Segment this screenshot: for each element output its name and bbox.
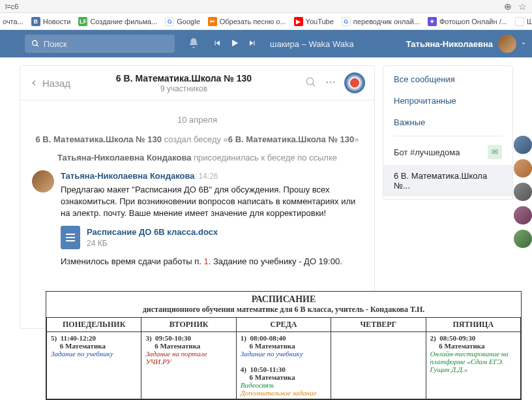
divider	[394, 136, 502, 136]
zoom-icon[interactable]: ⊕	[504, 1, 512, 12]
chevron-left-icon	[29, 78, 38, 87]
chat-title: 6 В. Математика.Школа № 130	[70, 73, 297, 84]
svg-point-6	[333, 81, 335, 83]
day-header: СРЕДА	[236, 318, 331, 332]
avatar[interactable]	[514, 159, 532, 177]
system-message: Татьяна-Николаевна Кондакова присоединил…	[32, 152, 362, 164]
bookmark-item[interactable]: ✂Обрезать песню о...	[208, 17, 286, 26]
username[interactable]: Татьяна-Николаевна	[406, 39, 493, 49]
day-header: ЧЕТВЕРГ	[331, 318, 426, 332]
vk-header: шакира – Waka Waka Татьяна-Николаевна	[0, 30, 532, 57]
bookmarks-bar: очта... BНовости LFСоздание фильма... GG…	[0, 13, 532, 30]
attachment-name: Расписание ДО 6В класса.docx	[87, 226, 218, 238]
bookmark-item[interactable]: ⊕Школьная планета...	[515, 17, 532, 26]
day-header: ПЯТНИЦА	[426, 318, 520, 332]
schedule-cell: 1) 08:00-08:40 6 Математика Задание по у…	[236, 332, 331, 399]
date-separator: 10 апреля	[32, 115, 362, 125]
schedule-cell: 3) 09:50-10:30 6 Математика Задание на п…	[141, 332, 236, 399]
avatar[interactable]	[514, 183, 532, 201]
message-author[interactable]: Татьяна-Николаевна Кондакова	[61, 171, 194, 181]
avatar[interactable]	[514, 206, 532, 224]
day-header: ВТОРНИК	[141, 318, 236, 332]
schedule-document: РАСПИСАНИЕ дистанционного обучения матем…	[46, 291, 522, 400]
notifications-icon[interactable]	[188, 37, 200, 51]
star-icon[interactable]: ☆	[518, 1, 527, 12]
message-time: 14:26	[198, 172, 218, 181]
bookmark-item[interactable]: ▶YouTube	[294, 17, 334, 26]
document-icon	[61, 226, 80, 249]
day-header: ПОНЕДЕЛЬНИК	[47, 318, 141, 332]
sidebar-item-bot[interactable]: Бот #лучшедома ✉	[383, 139, 512, 165]
next-track-icon[interactable]	[248, 38, 257, 50]
schedule-cell: 5) 11:40-12:20 6 Математика Задание по у…	[47, 332, 141, 399]
play-icon[interactable]	[229, 38, 240, 50]
chat-header: Назад 6 В. Математика.Школа № 130 9 учас…	[20, 65, 375, 100]
search-input[interactable]	[44, 39, 168, 49]
chevron-down-icon[interactable]	[520, 39, 527, 49]
bookmark-item[interactable]: ✦Фотошоп Онлайн /...	[428, 17, 507, 26]
sidebar-item-unread[interactable]: Непрочитанные	[383, 90, 512, 112]
message: Татьяна-Николаевна Кондакова14:26 Предла…	[32, 170, 362, 268]
more-icon[interactable]	[325, 76, 336, 90]
message-text: Предлагаю макет "Расписания ДО 6В" для о…	[61, 184, 362, 220]
message-text: Изменилось время сдачи работы п. 1. Зада…	[61, 256, 362, 268]
chat-subtitle: 9 участников	[70, 84, 297, 93]
bookmark-item[interactable]: очта...	[3, 18, 23, 25]
prev-track-icon[interactable]	[213, 38, 222, 50]
avatar-column	[514, 136, 532, 248]
schedule-subtitle: дистанционного обучения математике для 6…	[46, 305, 521, 317]
svg-point-2	[306, 78, 314, 85]
svg-point-5	[330, 81, 332, 83]
user-avatar[interactable]	[498, 35, 516, 53]
sidebar-item-chat[interactable]: 6 В. Математика.Школа №...	[383, 165, 512, 196]
schedule-title: РАСПИСАНИЕ	[46, 292, 521, 305]
bookmark-item[interactable]: Gпереводчик онлай...	[342, 17, 420, 26]
chat-avatar[interactable]	[344, 72, 365, 93]
schedule-cell: 2) 08:50-09:30 6 Математика Онлайн-тести…	[426, 332, 520, 399]
svg-line-1	[37, 45, 38, 47]
search-icon	[31, 39, 40, 48]
bookmark-item[interactable]: GGoogle	[165, 17, 200, 26]
back-label: Назад	[42, 78, 70, 89]
schedule-cell	[331, 332, 426, 399]
system-message: 6 В. Математика.Школа № 130 создал бесед…	[32, 134, 362, 146]
sidebar-item-label: Бот #лучшедома	[394, 147, 460, 157]
attachment[interactable]: Расписание ДО 6В класса.docx 24 КБ	[61, 226, 362, 249]
url-fragment[interactable]: l=c6	[5, 3, 497, 10]
sidebar: Все сообщения Непрочитанные Важные Бот #…	[383, 65, 513, 200]
search-chat-icon[interactable]	[305, 76, 317, 90]
back-button[interactable]: Назад	[29, 78, 70, 89]
sidebar-item-important[interactable]: Важные	[383, 112, 512, 133]
avatar[interactable]	[514, 136, 532, 154]
svg-point-4	[326, 81, 328, 83]
bot-icon: ✉	[488, 145, 502, 159]
schedule-table: ПОНЕДЕЛЬНИК ВТОРНИК СРЕДА ЧЕТВЕРГ ПЯТНИЦ…	[46, 317, 521, 399]
sidebar-item-all[interactable]: Все сообщения	[383, 69, 512, 90]
bookmark-item[interactable]: BНовости	[31, 17, 71, 26]
browser-address-bar: l=c6 ⊕ ☆	[0, 0, 532, 13]
avatar[interactable]	[514, 230, 532, 248]
attachment-size: 24 КБ	[87, 238, 218, 249]
music-player: шакира – Waka Waka	[213, 38, 354, 50]
svg-line-3	[312, 84, 315, 86]
message-avatar[interactable]	[32, 170, 54, 192]
track-title[interactable]: шакира – Waka Waka	[270, 39, 354, 49]
bookmark-item[interactable]: LFСоздание фильма...	[78, 17, 157, 26]
search-box[interactable]	[25, 35, 175, 53]
svg-point-0	[33, 40, 37, 45]
